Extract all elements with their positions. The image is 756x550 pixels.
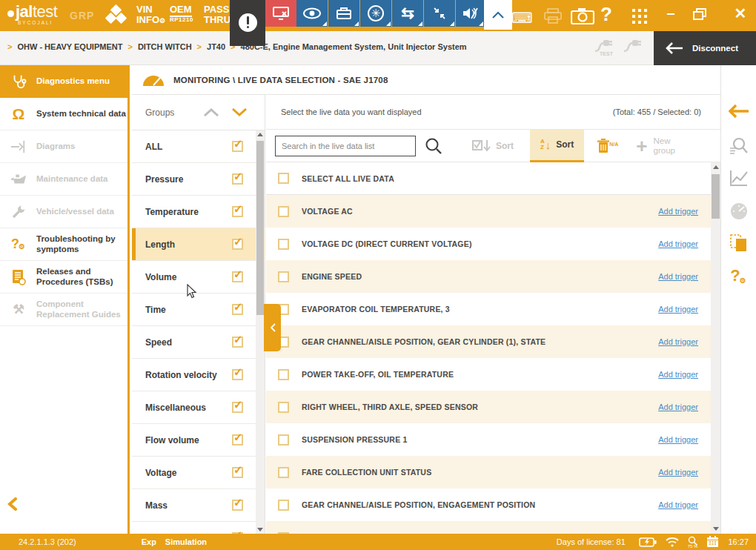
checkbox-empty[interactable] <box>278 369 289 380</box>
sidebar-collapse-button[interactable] <box>7 497 18 511</box>
group-row-temperature[interactable]: Temperature <box>132 196 265 228</box>
sidebar-item-troubleshooting[interactable]: ?⚙ Troubleshooting by symptoms <box>0 228 127 261</box>
back-button[interactable] <box>729 104 749 119</box>
scroll-up-arrow[interactable] <box>711 165 720 169</box>
live-data-row[interactable]: FARE COLLECTION UNIT STATUS Add trigger <box>266 456 720 488</box>
checkbox-checked[interactable] <box>232 206 243 217</box>
sort-selected-button[interactable]: Sort <box>472 139 514 153</box>
checkbox-checked[interactable] <box>232 467 243 478</box>
sidebar-item-diagrams[interactable]: Diagrams <box>0 130 127 163</box>
groups-scroll-up-button[interactable] <box>203 108 219 116</box>
checkbox-checked[interactable] <box>232 402 243 413</box>
add-trigger-link[interactable]: Add trigger <box>658 435 698 444</box>
add-trigger-link[interactable]: Add trigger <box>658 337 698 346</box>
camera-icon[interactable] <box>571 8 594 24</box>
exclamation-icon[interactable] <box>239 13 257 32</box>
sidebar-item-diagnostics-menu[interactable]: Diagnostics menu <box>0 65 127 98</box>
add-trigger-link[interactable]: Add trigger <box>658 272 698 281</box>
group-row-time[interactable]: Time <box>132 294 265 326</box>
group-row-pressure[interactable]: Pressure <box>132 163 265 196</box>
checkbox-empty[interactable] <box>278 500 289 511</box>
sidebar-item-system-technical-data[interactable]: Ω System technical data <box>0 98 127 130</box>
settings-asterisk-button[interactable]: ✳ <box>360 0 391 27</box>
checkbox-checked[interactable] <box>232 337 243 348</box>
checkbox-checked[interactable] <box>232 173 243 185</box>
cubes-icon[interactable] <box>105 6 127 25</box>
group-row-length[interactable]: Length <box>132 228 265 261</box>
checkbox-empty[interactable] <box>278 402 289 413</box>
live-data-row[interactable]: ENGINE SPEED Add trigger <box>266 260 720 293</box>
add-trigger-link[interactable]: Add trigger <box>658 500 698 509</box>
group-row-mass[interactable]: Mass <box>132 489 265 522</box>
search-icon[interactable] <box>425 137 442 155</box>
collapse-window-button[interactable] <box>424 0 455 27</box>
sidebar-item-component-replacement[interactable]: ⚒ Component Replacement Guides <box>0 294 127 326</box>
group-row-volume[interactable]: Volume <box>132 261 265 294</box>
checkbox-checked[interactable] <box>232 500 243 511</box>
group-row-all[interactable]: ALL <box>132 130 265 163</box>
checkbox-checked[interactable] <box>232 434 243 445</box>
window-minimize-button[interactable]: – <box>658 4 683 21</box>
search-data-button[interactable] <box>729 136 749 156</box>
breadcrumb-item-brand[interactable]: DITCH WITCH <box>138 42 192 51</box>
sidebar-item-maintenance-data[interactable]: Maintenance data <box>0 163 127 196</box>
toolbox-button[interactable] <box>328 0 359 27</box>
sort-az-button[interactable]: AZ ↓ Sort <box>530 130 584 162</box>
live-data-row[interactable]: RIGHT WHEEL, THIRD AXLE, SPEED SENSOR Ad… <box>266 391 720 423</box>
toolbar-collapse-button[interactable] <box>484 0 512 30</box>
select-all-row[interactable]: SELECT ALL LIVE DATA <box>266 162 720 195</box>
delete-na-button[interactable]: N/A <box>597 139 618 153</box>
group-row-electric-current[interactable]: Electric current <box>132 522 265 534</box>
live-data-scrollbar[interactable] <box>711 162 720 534</box>
group-row-flow-volume[interactable]: Flow volume <box>132 424 265 457</box>
checkbox-empty[interactable] <box>278 467 289 478</box>
groups-collapse-tab[interactable] <box>264 304 281 351</box>
new-group-button[interactable]: + New group <box>636 136 684 155</box>
swap-button[interactable]: ⇆ <box>392 0 423 27</box>
graph-view-button[interactable] <box>729 169 749 187</box>
checkbox-empty[interactable] <box>278 434 289 445</box>
window-close-button[interactable]: ✕ <box>728 4 753 22</box>
checkbox-empty[interactable] <box>278 239 289 250</box>
add-trigger-link[interactable]: Add trigger <box>658 468 698 477</box>
mute-button[interactable] <box>456 0 484 27</box>
checkbox-empty[interactable] <box>278 173 289 184</box>
remote-screen-close-button[interactable] <box>265 0 296 27</box>
apps-grid-icon[interactable] <box>631 8 648 24</box>
disconnect-button[interactable]: Disconnect <box>654 31 756 65</box>
live-data-row[interactable]: SUSPENSION PRESSURE 1 Add trigger <box>266 423 720 456</box>
checkbox-checked[interactable] <box>232 271 243 282</box>
calendar-icon[interactable] <box>706 536 719 548</box>
help-button[interactable]: ? <box>600 3 612 26</box>
checkbox-checked[interactable] <box>232 141 243 152</box>
scrollbar-thumb[interactable] <box>712 174 720 219</box>
group-row-miscellaneous[interactable]: Miscellaneous <box>132 391 265 424</box>
add-trigger-link[interactable]: Add trigger <box>658 207 698 216</box>
checkbox-checked[interactable] <box>232 239 243 250</box>
scrollbar-thumb[interactable] <box>256 141 264 315</box>
checkbox-empty[interactable] <box>278 206 289 217</box>
add-trigger-link[interactable]: Add trigger <box>658 402 698 411</box>
grp-button[interactable]: GRP <box>70 10 94 21</box>
add-trigger-link[interactable]: Add trigger <box>658 239 698 248</box>
groups-scroll-down-button[interactable] <box>231 108 248 116</box>
zoom-level-indicator[interactable]: 75 % <box>688 536 698 548</box>
search-input[interactable] <box>275 136 416 156</box>
sidebar-item-vehicle-vessel-data[interactable]: Vehicle/vessel data <box>0 196 127 228</box>
breadcrumb-item-system[interactable]: 480C-E, Engine Management System, Unit I… <box>241 42 467 51</box>
sidebar-item-releases-tsbs[interactable]: Releases and Procedures (TSBs) <box>0 261 127 294</box>
connector-button[interactable] <box>623 37 648 59</box>
vin-info-button[interactable]: VIN INFO⚙ <box>136 4 165 24</box>
pass-thru-button[interactable]: PASSTHRU <box>204 4 231 24</box>
test-connector-button[interactable]: TEST <box>594 37 619 59</box>
eye-view-button[interactable] <box>296 0 328 27</box>
window-restore-button[interactable] <box>693 8 718 20</box>
live-data-row[interactable]: VOLTAGE AC Add trigger <box>266 195 720 228</box>
checkbox-checked[interactable] <box>232 369 243 380</box>
scroll-down-arrow[interactable] <box>711 527 720 531</box>
live-data-row[interactable]: GEAR CHANNEL/AISLE POSITION, GEAR CYLIND… <box>266 325 720 358</box>
breadcrumb-item-make[interactable]: OHW - HEAVY EQUIPMENT <box>17 42 122 51</box>
help-troubleshoot-button[interactable]: ?⚙ <box>730 266 746 285</box>
checkbox-checked[interactable] <box>232 304 243 315</box>
printer-icon[interactable] <box>543 7 563 25</box>
